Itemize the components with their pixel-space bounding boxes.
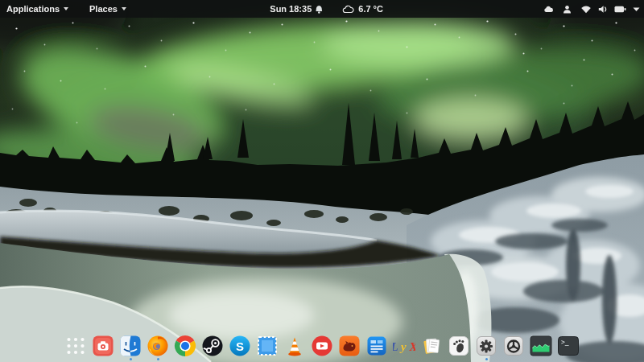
weather-cloud-icon	[342, 5, 354, 14]
places-menu[interactable]: Places	[89, 4, 126, 14]
weather-indicator[interactable]: 6.7 °C	[342, 4, 383, 14]
dock-item-terminal[interactable]: >_	[557, 335, 580, 360]
battery-icon	[614, 5, 626, 14]
document-app-icon	[365, 335, 388, 357]
settings-gear-icon	[475, 335, 497, 357]
dock-item-files[interactable]	[119, 335, 142, 360]
dock-item-document-app[interactable]	[365, 335, 389, 360]
dock-item-wheel-app[interactable]	[502, 335, 526, 360]
dock-item-system-monitor[interactable]	[530, 335, 553, 360]
chrome-browser-icon	[174, 335, 196, 357]
lyx-editor-icon: L y X	[393, 335, 415, 357]
desktop: Applications Places Sun 18:35 6.7 °C	[0, 0, 644, 362]
firefox-browser-icon	[147, 335, 169, 357]
system-status-menu[interactable]	[580, 5, 640, 14]
dock-item-lyx[interactable]: L y X	[393, 335, 416, 360]
wheel-app-icon	[502, 335, 525, 357]
fox-app-icon	[338, 335, 361, 357]
dock-item-gnome-tweaks[interactable]	[448, 335, 471, 360]
gnome-foot-icon	[448, 335, 470, 357]
stamp-app-icon	[256, 335, 279, 357]
wallpaper	[0, 0, 644, 362]
volume-icon	[598, 5, 608, 14]
dock-item-fox-app[interactable]	[338, 335, 361, 360]
app-grid-icon	[64, 335, 87, 357]
dock-item-vlc[interactable]	[283, 335, 307, 360]
clock-label: Sun 18:35	[270, 4, 312, 14]
dock-item-stamp[interactable]	[256, 335, 279, 360]
camera-app-icon	[92, 335, 114, 357]
clock-menu[interactable]: Sun 18:35	[270, 4, 323, 14]
dock-item-youtube[interactable]	[311, 335, 334, 360]
top-bar: Applications Places Sun 18:35 6.7 °C	[0, 0, 644, 18]
dock-item-firefox[interactable]	[147, 335, 170, 360]
dock-item-app-grid[interactable]	[64, 335, 88, 360]
tray-person-icon[interactable]	[562, 5, 572, 14]
dock-item-notes[interactable]	[420, 335, 444, 360]
skype-icon: S	[229, 335, 251, 357]
dock: S	[0, 328, 644, 362]
chevron-down-icon	[64, 7, 68, 10]
notes-app-icon	[420, 335, 443, 357]
svg-text:L y X: L y X	[393, 340, 415, 353]
terminal-icon: >_	[557, 335, 580, 357]
lyx-letter-x: X	[408, 340, 415, 353]
chevron-down-icon	[122, 7, 126, 10]
lyx-letter-y: y	[399, 340, 407, 353]
tray-cloud-icon[interactable]	[543, 5, 554, 13]
applications-menu-label: Applications	[6, 4, 60, 14]
skype-letter: S	[236, 339, 244, 353]
terminal-prompt: >_	[561, 339, 569, 346]
steam-icon	[201, 335, 224, 357]
vlc-player-icon	[283, 335, 306, 357]
dock-item-steam[interactable]	[201, 335, 225, 360]
chevron-down-icon	[633, 6, 640, 12]
dock-item-skype[interactable]: S	[229, 335, 252, 360]
lyx-letter-l: L	[393, 340, 398, 353]
youtube-app-icon	[311, 335, 333, 357]
dock-item-chrome[interactable]	[174, 335, 197, 360]
temperature-label: 6.7 °C	[358, 4, 383, 14]
notification-bell-icon	[315, 5, 323, 14]
wifi-icon	[580, 5, 592, 14]
dock-item-camera[interactable]	[92, 335, 115, 360]
applications-menu[interactable]: Applications	[6, 4, 68, 14]
file-manager-icon	[119, 335, 142, 357]
places-menu-label: Places	[89, 4, 118, 14]
dock-item-settings[interactable]	[475, 335, 498, 360]
system-monitor-icon	[530, 335, 552, 357]
